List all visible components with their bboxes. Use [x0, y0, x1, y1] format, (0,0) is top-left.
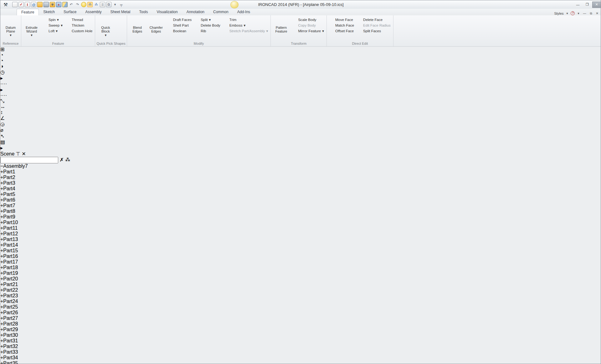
tree-item-part17[interactable]: +Part17 [0, 259, 601, 265]
rib-button[interactable]: Rib [193, 28, 222, 33]
undo-icon[interactable]: ↶ [69, 2, 74, 7]
tree-item-part3[interactable]: +Part3 [0, 180, 601, 186]
tree-item-part22[interactable]: +Part22 [0, 287, 601, 293]
loft-button[interactable]: Loft▾ [41, 28, 64, 33]
expand-icon[interactable]: + [0, 186, 3, 191]
trim-button[interactable]: Trim [222, 17, 270, 22]
pattern-feature-button[interactable]: Pattern Feature [272, 16, 290, 33]
styles-button[interactable]: Styles [554, 12, 563, 15]
collapse-icon[interactable]: − [0, 163, 3, 169]
expand-icon[interactable]: + [0, 332, 3, 338]
mdi-close-button[interactable]: ✕ [595, 12, 599, 15]
ribbon-tab-feature[interactable]: Feature [17, 9, 39, 15]
dimension-horizontal-icon[interactable]: ↔ [0, 104, 601, 110]
open-catalog-icon[interactable]: ✾ [50, 2, 55, 7]
quick-block-button[interactable]: Quick Block ▾ [96, 16, 115, 37]
export-icon[interactable] [62, 2, 68, 7]
scale-body-button[interactable]: Scale Body [291, 17, 325, 22]
draft-faces-button[interactable]: Draft Faces [166, 17, 193, 22]
expand-icon[interactable]: + [0, 338, 3, 343]
expand-icon[interactable]: + [0, 259, 3, 264]
tree-item-part14[interactable]: +Part14 [0, 242, 601, 248]
render-mode-icon[interactable]: ◔ [0, 52, 601, 58]
browse-web-icon[interactable]: @ [31, 2, 36, 7]
help-dropdown-icon[interactable]: ▾ [577, 12, 580, 15]
tree-item-part24[interactable]: +Part24 [0, 299, 601, 304]
new-part-icon[interactable]: ✓ [18, 2, 24, 7]
tree-item-part27[interactable]: +Part27 [0, 315, 601, 321]
tree-item-part35[interactable]: +Part35 [0, 361, 601, 364]
expand-icon[interactable]: + [0, 225, 3, 231]
expand-icon[interactable]: + [0, 321, 3, 326]
tree-item-part26[interactable]: +Part26 [0, 310, 601, 315]
delete-face-button[interactable]: Delete Face [356, 17, 392, 22]
expand-icon[interactable]: + [0, 293, 3, 298]
tree-item-part23[interactable]: +Part23 [0, 293, 601, 299]
tree-item-part4[interactable]: +Part4 [0, 186, 601, 192]
shell-part-button[interactable]: Shell Part [166, 23, 193, 28]
ribbon-tab-add-ins[interactable]: Add-Ins [233, 9, 254, 15]
split-faces-button[interactable]: Split Faces [356, 28, 392, 33]
tree-item-part10[interactable]: +Part10 [0, 220, 601, 225]
tree-item-part31[interactable]: +Part31 [0, 338, 601, 344]
annotation-leader-icon[interactable]: ➴ [0, 133, 601, 139]
expand-icon[interactable]: + [0, 169, 3, 174]
tree-item-part21[interactable]: +Part21 [0, 282, 601, 287]
restore-button[interactable]: ❐ [583, 2, 592, 8]
offset-face-button[interactable]: Offset Face [328, 28, 355, 33]
toolbar-expand-icon[interactable]: ▸ [0, 145, 601, 151]
tree-item-part12[interactable]: +Part12 [0, 231, 601, 237]
render-shaded-icon[interactable]: ◑ [0, 64, 601, 69]
dimension-vertical-icon[interactable]: ↕ [0, 110, 601, 115]
tree-item-part20[interactable]: +Part20 [0, 276, 601, 282]
tree-item-part18[interactable]: +Part18 [0, 265, 601, 270]
expand-icon[interactable]: + [0, 344, 3, 349]
boolean-button[interactable]: Boolean [166, 28, 193, 33]
ribbon-tab-sheet-metal[interactable]: Sheet Metal [106, 9, 135, 15]
chamfer-edges-button[interactable]: Chamfer Edges [147, 16, 165, 33]
split-button[interactable]: Split▾ [193, 17, 222, 22]
expand-icon[interactable]: + [0, 282, 3, 287]
thread-button[interactable]: Thread [64, 17, 94, 22]
tree-item-part6[interactable]: +Part6 [0, 197, 601, 203]
save-icon[interactable] [44, 2, 49, 7]
emboss-button[interactable]: Emboss▾ [222, 23, 270, 28]
expand-icon[interactable]: + [0, 361, 3, 364]
filter-tree-icon[interactable]: ⁂ [65, 157, 70, 162]
filter-clear-icon[interactable]: ✗ [59, 157, 64, 162]
blend-edges-button[interactable]: Blend Edges [128, 16, 146, 33]
toolbar-expand-icon[interactable]: ▸ [0, 87, 601, 93]
render-outline-icon[interactable]: ◷ [0, 69, 601, 75]
datum-plane-button[interactable]: Datum Plane ▾ [2, 16, 20, 37]
pin-icon[interactable]: ⊤ [16, 151, 20, 156]
notes-icon[interactable]: ▤ [0, 139, 601, 145]
open-icon[interactable] [37, 2, 43, 7]
tree-item-part15[interactable]: +Part15 [0, 248, 601, 254]
tree-filter-input[interactable] [0, 157, 58, 163]
expand-icon[interactable]: + [0, 220, 3, 225]
redo-icon[interactable]: ↷ [75, 2, 80, 7]
tree-item-part9[interactable]: +Part9 [0, 214, 601, 220]
expand-icon[interactable]: + [0, 203, 3, 208]
tree-item-part7[interactable]: +Part7 [0, 203, 601, 208]
tree-item-part5[interactable]: +Part5 [0, 192, 601, 197]
camera-add-icon[interactable]: ⊞ [0, 46, 601, 52]
mirror-feature-button[interactable]: Mirror Feature▾ [291, 28, 325, 33]
toolbar-expand-icon[interactable]: ▸ [0, 75, 601, 81]
toolbar-more-icon[interactable]: ╤ [119, 2, 124, 7]
diameter-measure-icon[interactable]: ⌀ [0, 127, 601, 133]
insert-part-icon[interactable]: + [56, 2, 61, 7]
expand-icon[interactable]: + [0, 180, 3, 186]
new-drawing-icon[interactable]: I [25, 2, 30, 7]
expand-icon[interactable]: + [0, 175, 3, 180]
radius-measure-icon[interactable]: ◶ [0, 121, 601, 127]
expand-icon[interactable]: + [0, 197, 3, 203]
expand-icon[interactable]: + [0, 270, 3, 276]
expand-icon[interactable]: + [0, 231, 3, 236]
ribbon-tab-assembly[interactable]: Assembly [81, 9, 106, 15]
help-icon[interactable]: ? [571, 11, 575, 15]
ribbon-tab-annotation[interactable]: Annotation [182, 9, 209, 15]
expand-icon[interactable]: + [0, 254, 3, 259]
styles-dropdown-icon[interactable]: ▾ [565, 12, 569, 15]
expand-icon[interactable]: + [0, 315, 3, 321]
